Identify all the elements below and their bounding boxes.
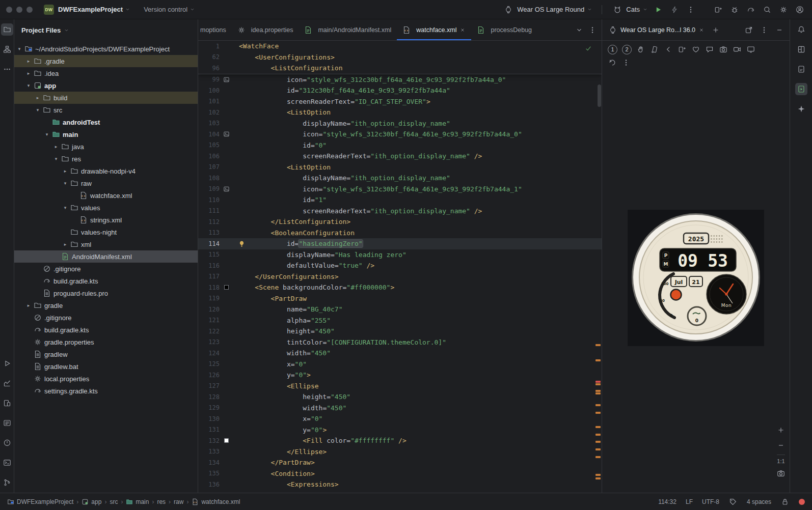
- code-line-122[interactable]: 122 height="450": [198, 326, 602, 337]
- tree-item-idea[interactable]: ▸.idea: [14, 67, 198, 79]
- chevron-open-icon[interactable]: ▾: [15, 46, 23, 51]
- caret-position-widget[interactable]: 114:32: [658, 498, 676, 505]
- tab-watchface-xml[interactable]: watchface.xml: [397, 19, 471, 40]
- code-line-102[interactable]: 102 <ListOption: [198, 107, 602, 118]
- tree-item-java[interactable]: ▸java: [14, 140, 198, 153]
- line-number[interactable]: 123: [198, 338, 220, 346]
- chevron-open-icon[interactable]: ▾: [34, 107, 42, 112]
- code-line-113[interactable]: 113 <BooleanConfiguration: [198, 228, 602, 239]
- more-run-options-icon[interactable]: [685, 4, 697, 16]
- line-number[interactable]: 136: [198, 481, 220, 488]
- tab-idea-properties[interactable]: idea.properties: [232, 19, 299, 40]
- line-number[interactable]: 127: [198, 382, 220, 389]
- line-number[interactable]: 100: [198, 87, 220, 94]
- line-number[interactable]: 103: [198, 120, 220, 127]
- line-separator-widget[interactable]: LF: [686, 498, 693, 505]
- line-number[interactable]: 110: [198, 196, 220, 204]
- code-line-112[interactable]: 112 </ListConfiguration>: [198, 216, 602, 228]
- line-number[interactable]: 107: [198, 163, 220, 171]
- line-number[interactable]: 106: [198, 153, 220, 160]
- code-line-119[interactable]: 119 <PartDraw: [198, 293, 602, 304]
- analysis-mark[interactable]: [596, 412, 601, 414]
- analysis-mark[interactable]: [596, 448, 601, 450]
- line-number[interactable]: 116: [198, 262, 220, 269]
- logcat-tool-icon[interactable]: [1, 417, 13, 429]
- line-number[interactable]: 133: [198, 448, 220, 455]
- chevron-closed-icon[interactable]: ▸: [34, 95, 42, 100]
- code-line-99[interactable]: 99 icon="style_wfs_312c30bf_f64a_461e_9c…: [198, 74, 602, 86]
- color-swatch-white[interactable]: [224, 438, 229, 443]
- code-line-109[interactable]: 109 icon="style_wfs_312c30bf_f64a_461e_9…: [198, 184, 602, 195]
- code-line-129[interactable]: 129 width="450": [198, 403, 602, 414]
- structure-tool-icon[interactable]: [1, 43, 13, 55]
- search-everywhere-icon[interactable]: [761, 4, 773, 16]
- run-configuration[interactable]: Cats: [611, 4, 648, 16]
- open-in-window-icon[interactable]: [743, 24, 755, 36]
- inspection-ok-icon[interactable]: [584, 44, 592, 52]
- tag-icon[interactable]: [728, 497, 738, 506]
- hide-panel-icon[interactable]: [773, 24, 786, 36]
- tree-item-values[interactable]: ▾values: [14, 202, 198, 214]
- analysis-mark[interactable]: [596, 426, 601, 428]
- chevron-closed-icon[interactable]: ▸: [61, 242, 69, 247]
- analysis-mark[interactable]: [596, 404, 601, 406]
- tree-item-drawable-nodpi-v4[interactable]: ▸drawable-nodpi-v4: [14, 165, 198, 177]
- device-explorer-tool-icon[interactable]: [795, 63, 807, 75]
- tree-item-watchface-xml[interactable]: watchface.xml: [14, 189, 198, 202]
- device-selector[interactable]: Wear OS Large Round: [502, 4, 592, 16]
- tree-item-proguard-rules-pro[interactable]: proguard-rules.pro: [14, 287, 198, 299]
- layout-inspector-tool-icon[interactable]: [795, 43, 807, 55]
- breadcrumb-watchface-xml[interactable]: watchface.xml: [192, 498, 240, 505]
- code-line-111[interactable]: 111 screenReaderText="ith_option_display…: [198, 206, 602, 217]
- line-number[interactable]: 109: [198, 185, 220, 192]
- hw-button-2[interactable]: 2: [622, 45, 632, 54]
- line-number[interactable]: 121: [198, 317, 220, 324]
- vcs-widget[interactable]: Version control: [144, 6, 195, 13]
- color-swatch-black[interactable]: [224, 285, 229, 290]
- line-number[interactable]: 62: [198, 53, 220, 61]
- tilt-device-icon[interactable]: [648, 43, 661, 55]
- chevron-closed-icon[interactable]: ▸: [52, 144, 60, 149]
- device-tab[interactable]: Wear OS Large Ro...l 36.0: [606, 25, 707, 35]
- drawable-preview-icon[interactable]: [223, 131, 230, 137]
- analysis-mark[interactable]: [596, 474, 601, 476]
- display-settings-icon[interactable]: [745, 43, 757, 55]
- apply-changes-icon[interactable]: [668, 4, 681, 16]
- code-line-108[interactable]: 108 displayName="ith_option_display_name…: [198, 173, 602, 184]
- analysis-mark[interactable]: [596, 390, 601, 392]
- device-screenshot-icon[interactable]: [775, 467, 787, 479]
- line-number[interactable]: 126: [198, 372, 220, 379]
- code-line-131[interactable]: 131 y="0">: [198, 424, 602, 436]
- run-button[interactable]: [652, 4, 664, 16]
- close-window-button[interactable]: [6, 7, 12, 13]
- problems-tool-icon[interactable]: [1, 437, 13, 449]
- maximize-window-button[interactable]: [26, 7, 33, 13]
- tree-item-raw[interactable]: ▾raw: [14, 177, 198, 189]
- tab-processdebug[interactable]: processDebug: [471, 19, 533, 40]
- line-number[interactable]: 118: [198, 284, 220, 291]
- close-device-tab-icon[interactable]: [698, 27, 705, 33]
- line-number[interactable]: 113: [198, 229, 220, 236]
- tree-item-app[interactable]: ▾app: [14, 79, 198, 92]
- code-line-123[interactable]: 123 tintColor="[CONFIGURATION.themeColor…: [198, 337, 602, 348]
- line-number[interactable]: 130: [198, 415, 220, 422]
- analysis-mark[interactable]: [596, 381, 601, 383]
- add-device-icon[interactable]: [710, 24, 722, 36]
- line-number[interactable]: 105: [198, 141, 220, 149]
- breadcrumb-res[interactable]: res: [157, 498, 166, 505]
- zoom-out-icon[interactable]: [775, 439, 787, 451]
- line-number[interactable]: 131: [198, 426, 220, 433]
- tree-item-androidtest[interactable]: androidTest: [14, 116, 198, 128]
- minimize-window-button[interactable]: [16, 7, 22, 13]
- tree-item-main[interactable]: ▾main: [14, 128, 198, 140]
- line-number[interactable]: 115: [198, 251, 220, 258]
- line-number[interactable]: 124: [198, 350, 220, 357]
- tree-item-gradle[interactable]: ▸gradle: [14, 299, 198, 311]
- code-line-133[interactable]: 133 </Ellipse>: [198, 446, 602, 458]
- code-line-126[interactable]: 126 y="0">: [198, 370, 602, 381]
- line-number[interactable]: 96: [198, 65, 220, 72]
- chevron-open-icon[interactable]: ▾: [43, 132, 51, 137]
- breadcrumb-dwfexampleproject[interactable]: DWFExampleProject: [7, 498, 73, 505]
- tree-item-values-night[interactable]: values-night: [14, 226, 198, 238]
- zoom-reset-button[interactable]: 1:1: [777, 458, 784, 464]
